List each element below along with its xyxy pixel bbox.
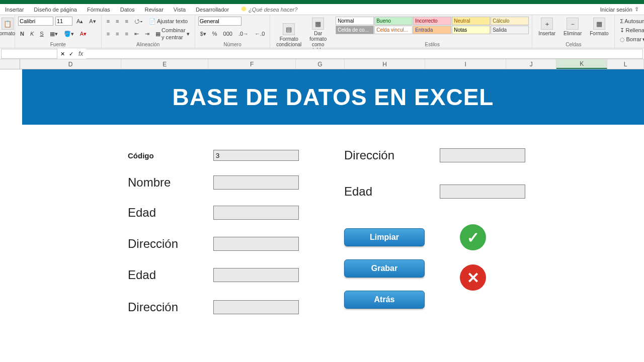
tab-revisar[interactable]: Revisar xyxy=(140,4,169,15)
style-celda-de-co-[interactable]: Celda de co... xyxy=(336,26,374,34)
tab-insertar[interactable]: Insertar xyxy=(0,4,29,15)
column-headers: DEFGHIJKL xyxy=(0,59,644,69)
inc-decimal-button[interactable]: .0→ xyxy=(236,29,251,38)
align-left-button[interactable]: ≡ xyxy=(105,29,112,38)
group-cells: ＋Insertar －Eliminar ▦Formato Celdas xyxy=(532,15,615,48)
styles-gallery[interactable]: NormalBuenoIncorrectoNeutralCálculoCelda… xyxy=(336,17,529,34)
label-edad1: Edad xyxy=(128,206,213,220)
format-cells-button[interactable]: ▦Formato xyxy=(587,17,611,37)
style-normal[interactable]: Normal xyxy=(336,17,374,25)
conditional-format-button[interactable]: ▤ Formato condicional xyxy=(273,22,304,48)
banner-title: BASE DE DATOS EN EXCEL xyxy=(173,83,494,111)
signin-link[interactable]: Iniciar sesión ⇪ xyxy=(600,4,644,15)
col-header-L[interactable]: L xyxy=(607,59,644,69)
border-button[interactable]: ▦▾ xyxy=(48,29,60,38)
tab-desarrollador[interactable]: Desarrollador xyxy=(191,4,234,15)
group-font-label: Fuente xyxy=(18,42,98,48)
style-neutral[interactable]: Neutral xyxy=(452,17,490,25)
fill-button[interactable]: ↧ Rellenar ▾ xyxy=(618,26,644,35)
col-header-D[interactable]: D xyxy=(20,59,121,69)
table-icon: ▦ xyxy=(312,18,324,30)
fx-icon[interactable]: fx xyxy=(75,50,86,57)
font-color-button[interactable]: A▾ xyxy=(78,29,89,38)
font-size-combo[interactable] xyxy=(55,17,72,26)
style-celda-vincul-[interactable]: Celda vincul... xyxy=(374,26,413,34)
group-cells-label: Celdas xyxy=(535,42,611,48)
col-header-K[interactable]: K xyxy=(556,59,607,69)
style-incorrecto[interactable]: Incorrecto xyxy=(413,17,451,25)
percent-button[interactable]: % xyxy=(210,29,219,38)
align-right-button[interactable]: ≡ xyxy=(123,29,130,38)
style-bueno[interactable]: Bueno xyxy=(374,17,413,25)
success-icon: ✓ xyxy=(460,224,486,250)
col-header-H[interactable]: H xyxy=(345,59,426,69)
bold-button[interactable]: N xyxy=(18,29,26,38)
tab-formulas[interactable]: Fórmulas xyxy=(82,4,115,15)
insert-cells-button[interactable]: ＋Insertar xyxy=(535,17,558,37)
ribbon: 📋 ormato A▴ A▾ N K S ▦▾ 🪣▾ A▾ Fuente ≡ ≡… xyxy=(0,15,644,48)
col-header-G[interactable]: G xyxy=(296,59,345,69)
align-bottom-button[interactable]: ≡ xyxy=(123,17,130,26)
formula-bar[interactable] xyxy=(86,49,643,59)
currency-button[interactable]: $▾ xyxy=(198,29,208,38)
shrink-font-button[interactable]: A▾ xyxy=(87,17,98,26)
col-header-E[interactable]: E xyxy=(121,59,208,69)
label-direccion2: Dirección xyxy=(128,300,213,314)
tab-vista[interactable]: Vista xyxy=(169,4,191,15)
align-top-button[interactable]: ≡ xyxy=(105,17,112,26)
tell-me-placeholder: ¿Qué desea hacer? xyxy=(249,7,297,13)
col-header-F[interactable]: F xyxy=(208,59,295,69)
input-edad2[interactable] xyxy=(213,268,299,282)
style-entrada[interactable]: Entrada xyxy=(413,26,451,34)
indent-inc-button[interactable]: ⇥ xyxy=(143,29,151,38)
autosum-button[interactable]: Σ Autosuma ▾ xyxy=(618,17,644,26)
orientation-button[interactable]: ⭯▾ xyxy=(132,17,145,26)
tab-datos[interactable]: Datos xyxy=(115,4,140,15)
group-clipboard: 📋 ormato xyxy=(0,15,15,48)
italic-button[interactable]: K xyxy=(28,29,36,38)
style-salida[interactable]: Salida xyxy=(491,26,529,34)
font-name-combo[interactable] xyxy=(18,17,53,26)
tab-diseno[interactable]: Diseño de página xyxy=(29,4,82,15)
input-direccion-r[interactable] xyxy=(440,148,525,162)
name-box[interactable] xyxy=(1,49,57,59)
group-number-label: Número xyxy=(198,42,267,48)
grow-font-button[interactable]: A▴ xyxy=(74,17,85,26)
thousands-button[interactable]: 000 xyxy=(221,29,234,38)
tell-me-search[interactable]: ¿Qué desea hacer? xyxy=(234,4,297,15)
input-codigo[interactable] xyxy=(213,150,299,161)
atras-button[interactable]: Atrás xyxy=(344,291,425,309)
input-edad-r[interactable] xyxy=(440,185,525,199)
fill-color-button[interactable]: 🪣▾ xyxy=(62,29,76,38)
underline-button[interactable]: S xyxy=(38,29,45,38)
group-styles-label: Estilos xyxy=(336,42,529,48)
field-codigo: Código xyxy=(128,148,299,163)
field-direccion2: Dirección xyxy=(128,300,299,315)
align-middle-button[interactable]: ≡ xyxy=(114,17,121,26)
limpiar-button[interactable]: Limpiar xyxy=(344,228,425,246)
dec-decimal-button[interactable]: ←.0 xyxy=(253,29,267,38)
paste-icon: 📋 xyxy=(2,18,14,30)
input-nombre[interactable] xyxy=(213,175,299,190)
clear-button[interactable]: ◌ Borrar ▾ xyxy=(618,35,644,44)
input-edad1[interactable] xyxy=(213,206,299,220)
paste-button[interactable]: 📋 ormato xyxy=(3,17,12,37)
input-direccion2[interactable] xyxy=(213,300,299,314)
cancel-formula-icon[interactable]: ✕ xyxy=(58,49,67,58)
align-center-button[interactable]: ≡ xyxy=(114,29,121,38)
style-notas[interactable]: Notas xyxy=(452,26,490,34)
merge-center-button[interactable]: ▦ Combinar y centrar ▾ xyxy=(153,26,192,42)
field-edad-r: Edad xyxy=(344,184,525,199)
number-format-combo[interactable] xyxy=(198,17,242,26)
accept-formula-icon[interactable]: ✓ xyxy=(67,49,75,58)
grabar-button[interactable]: Grabar xyxy=(344,259,425,278)
style-c-lculo[interactable]: Cálculo xyxy=(491,17,529,25)
input-direccion1[interactable] xyxy=(213,237,299,251)
select-all-corner[interactable] xyxy=(0,59,20,69)
col-header-I[interactable]: I xyxy=(425,59,506,69)
delete-cells-button[interactable]: －Eliminar xyxy=(560,17,585,37)
indent-dec-button[interactable]: ⇤ xyxy=(132,29,141,38)
wrap-text-button[interactable]: 📄 Ajustar texto xyxy=(147,17,190,26)
worksheet[interactable]: BASE DE DATOS EN EXCEL Código Nombre Eda… xyxy=(0,69,644,362)
col-header-J[interactable]: J xyxy=(506,59,556,69)
